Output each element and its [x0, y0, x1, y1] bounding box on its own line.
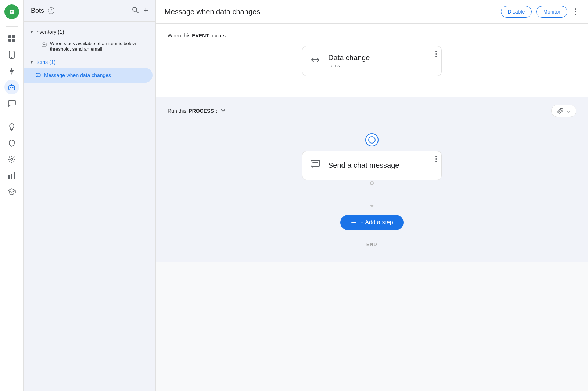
event-section: When this EVENT occurs: [156, 24, 588, 85]
workflow-canvas: When this EVENT occurs: [156, 24, 588, 391]
main-header: Message when data changes Disable Monito… [156, 0, 588, 24]
svg-rect-20 [8, 175, 10, 179]
process-canvas: Send a chat message + Add a s [156, 123, 588, 262]
sidebar-group-items-header[interactable]: ▼ Items (1) [24, 56, 155, 68]
svg-point-40 [435, 56, 437, 57]
sidebar-group-items: ▼ Items (1) Message when data changes [24, 56, 155, 83]
connector-arrow [370, 205, 374, 207]
data-change-node[interactable]: Data change Items [302, 46, 442, 76]
bot-item-icon-items [35, 72, 41, 79]
chat-node-menu-icon[interactable] [435, 156, 437, 163]
chat-nav-icon[interactable] [4, 96, 19, 111]
bot-icon[interactable] [4, 80, 19, 94]
inventory-bot-label: When stock available of an item is below… [50, 41, 150, 52]
sidebar-group-inventory-header[interactable]: ▼ Inventory (1) [24, 26, 155, 38]
bot-item-icon-inventory [41, 41, 47, 48]
node-menu-icon[interactable] [435, 51, 437, 58]
svg-point-9 [11, 57, 12, 58]
svg-rect-10 [9, 86, 15, 90]
svg-rect-6 [8, 39, 11, 42]
svg-point-12 [12, 87, 13, 88]
dashed-connector [370, 181, 374, 207]
more-options-button[interactable] [572, 7, 579, 17]
bolt-icon[interactable] [4, 64, 19, 78]
add-step-button[interactable]: + Add a step [340, 215, 403, 230]
info-icon[interactable]: i [48, 7, 54, 14]
svg-point-46 [435, 161, 437, 162]
inventory-group-label: Inventory (1) [35, 29, 64, 35]
add-bot-icon[interactable]: + [143, 6, 148, 15]
node-title: Data change [328, 54, 370, 62]
svg-point-36 [575, 11, 576, 12]
svg-point-28 [43, 44, 44, 45]
svg-point-39 [435, 53, 437, 55]
svg-point-29 [44, 44, 45, 45]
bulb-icon[interactable] [4, 120, 19, 134]
sidebar-content: ▼ Inventory (1) When stock available of … [24, 22, 155, 88]
sidebar: Bots i + ▼ Inventory (1) [24, 0, 156, 391]
svg-marker-23 [8, 189, 15, 192]
chat-node-text-block: Send a chat message [328, 161, 399, 170]
svg-point-19 [11, 158, 13, 160]
analytics-icon[interactable] [4, 168, 19, 183]
settings-icon[interactable] [4, 152, 19, 167]
svg-point-11 [10, 87, 11, 88]
header-actions: Disable Monitor [501, 6, 579, 18]
disable-button[interactable]: Disable [501, 6, 532, 18]
sidebar-header: Bots i + [24, 0, 155, 22]
node-subtitle: Items [328, 63, 370, 68]
svg-rect-47 [311, 160, 320, 166]
shield-icon[interactable] [4, 136, 19, 151]
dashed-connector-line [372, 187, 372, 204]
icon-rail [0, 0, 24, 391]
sidebar-item-inventory-bot-1[interactable]: When stock available of an item is below… [24, 38, 155, 55]
page-title: Message when data changes [165, 8, 260, 16]
svg-rect-4 [8, 35, 11, 38]
svg-point-25 [133, 7, 137, 11]
sidebar-group-inventory: ▼ Inventory (1) When stock available of … [24, 26, 155, 55]
search-icon[interactable] [132, 6, 139, 15]
svg-rect-7 [12, 39, 15, 42]
svg-line-26 [136, 11, 138, 13]
process-section: Run this PROCESS: [156, 97, 588, 262]
data-change-icon [310, 54, 321, 68]
svg-point-0 [10, 10, 12, 12]
table-icon[interactable] [4, 31, 19, 46]
monitor-button[interactable]: Monitor [536, 6, 567, 18]
process-dropdown-arrow[interactable] [220, 107, 226, 115]
rail-divider-mid [6, 115, 18, 115]
node-card-content: Data change Items [310, 54, 434, 68]
svg-rect-27 [42, 43, 46, 46]
section-connector [156, 85, 588, 97]
connector-line [372, 85, 372, 97]
graduation-icon[interactable] [4, 184, 19, 199]
process-label: Run this PROCESS: [168, 107, 226, 115]
sidebar-item-message-when-data-changes[interactable]: Message when data changes [24, 68, 153, 83]
send-chat-message-node[interactable]: Send a chat message [302, 151, 442, 180]
svg-rect-31 [36, 73, 40, 77]
app-logo[interactable] [4, 4, 19, 19]
svg-rect-22 [14, 172, 15, 179]
mobile-icon[interactable] [4, 47, 19, 62]
end-label: END [366, 242, 377, 247]
event-section-label: When this EVENT occurs: [168, 33, 576, 39]
chat-message-icon [310, 159, 321, 172]
main-content: Message when data changes Disable Monito… [156, 0, 588, 391]
svg-rect-5 [12, 35, 15, 38]
rail-divider-top [6, 26, 18, 27]
sidebar-title: Bots i [31, 7, 54, 15]
inventory-expand-arrow: ▼ [29, 29, 34, 35]
svg-point-2 [10, 12, 12, 14]
add-step-circle-button[interactable] [365, 133, 379, 146]
event-keyword: EVENT [192, 33, 209, 39]
svg-rect-21 [11, 174, 12, 179]
process-header: Run this PROCESS: [156, 97, 588, 123]
add-step-label: + Add a step [360, 219, 393, 226]
items-expand-arrow: ▼ [29, 59, 34, 65]
link-icon-button[interactable] [551, 105, 576, 117]
svg-rect-34 [38, 73, 39, 73]
sidebar-header-icons: + [132, 6, 148, 15]
svg-point-1 [12, 10, 14, 12]
process-keyword: PROCESS [189, 108, 214, 114]
svg-point-3 [12, 12, 14, 14]
